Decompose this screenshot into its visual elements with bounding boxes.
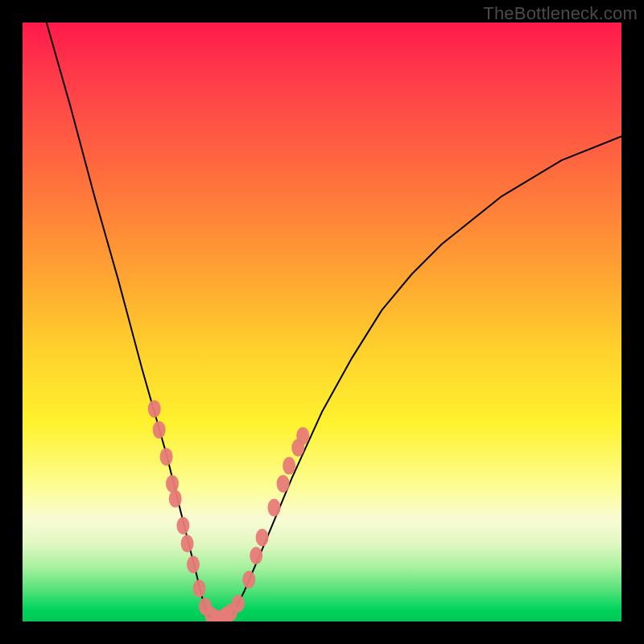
watermark-text: TheBottleneck.com bbox=[483, 3, 638, 24]
chart-svg bbox=[23, 23, 621, 621]
data-point bbox=[176, 517, 189, 535]
data-point bbox=[296, 427, 309, 444]
data-point bbox=[256, 529, 269, 547]
data-point bbox=[268, 499, 281, 517]
data-point bbox=[283, 457, 295, 475]
data-point bbox=[160, 448, 173, 465]
data-point bbox=[277, 475, 290, 493]
data-point bbox=[250, 547, 262, 564]
data-point bbox=[148, 400, 161, 418]
data-point bbox=[166, 475, 179, 493]
data-point bbox=[153, 421, 166, 439]
data-points-group bbox=[148, 400, 310, 621]
data-point bbox=[242, 571, 255, 588]
data-point bbox=[193, 580, 206, 597]
data-point bbox=[187, 555, 200, 573]
data-point bbox=[232, 595, 245, 613]
data-point bbox=[169, 490, 182, 508]
bottleneck-curve bbox=[47, 23, 621, 621]
chart-plot-area bbox=[23, 23, 621, 621]
chart-frame: TheBottleneck.com bbox=[0, 0, 644, 644]
data-point bbox=[181, 535, 194, 552]
